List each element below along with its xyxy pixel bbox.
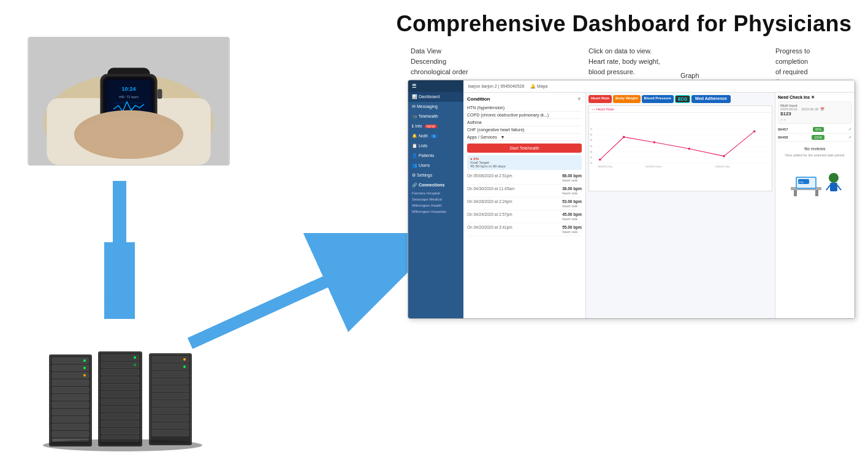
svg-line-69 <box>190 251 392 343</box>
condition-asthma[interactable]: Asthma <box>467 119 582 126</box>
patient-status-99458: 100% <box>812 135 824 140</box>
center-panel: Heart Rate Body Weight Blood Pressure EC… <box>586 93 775 318</box>
svg-rect-42 <box>101 384 139 390</box>
svg-rect-60 <box>152 400 189 407</box>
svg-rect-107 <box>794 190 797 196</box>
condition-chf[interactable]: CHF (congestive heart failure) <box>467 126 582 134</box>
sidebar-item-info[interactable]: ℹ Info NEW <box>408 121 463 131</box>
sidebar-item-connections[interactable]: 🔗 Connections <box>408 180 463 190</box>
page-title: Comprehensive Dashboard for Physicians <box>392 11 856 37</box>
svg-rect-24 <box>52 380 89 386</box>
svg-point-33 <box>83 359 86 362</box>
svg-text:04/28/2020 2:24pm: 04/28/2020 2:24pm <box>715 166 731 168</box>
svg-point-66 <box>183 366 186 368</box>
patient-name: 🔔 Maya <box>530 84 547 89</box>
connection-wilmington-health: Wilmington Health <box>408 202 463 209</box>
svg-rect-26 <box>52 394 89 400</box>
sidebar-item-settings[interactable]: ⚙ Settings <box>408 170 463 180</box>
callout-data-view: Data View Descending chronological order <box>411 46 484 77</box>
tab-blood-pressure[interactable]: Blood Pressure <box>642 95 674 103</box>
svg-point-101 <box>723 155 725 158</box>
svg-rect-31 <box>52 431 89 437</box>
svg-rect-114 <box>830 183 837 191</box>
tab-heart-rate[interactable]: Heart Rate <box>588 95 612 103</box>
svg-point-97 <box>599 159 601 161</box>
condition-apps[interactable]: Apps / Services ▼ <box>467 134 582 141</box>
tab-med-adherence[interactable]: Med Adherence <box>691 95 731 103</box>
svg-point-100 <box>688 148 690 150</box>
condition-copd[interactable]: COPD (chronic obstructive pulmonary di..… <box>467 112 582 119</box>
goal-section: ● 0% Goal Target 45-50 bpm in 90 days <box>467 155 582 170</box>
tab-body-weight[interactable]: Body Weight <box>613 95 641 103</box>
sidebar-item-lists[interactable]: 📋 Lists <box>408 141 463 151</box>
patient-status-99457: 40% <box>813 127 824 132</box>
svg-rect-28 <box>52 409 89 415</box>
dashboard-container: ☰ 📊 Dashboard ✉ Messaging 📹 Telehealth ℹ… <box>408 80 855 319</box>
no-reviews-section: No reviews View added for the selected d… <box>778 142 852 204</box>
graph-title: — Heart Rate <box>589 106 772 113</box>
svg-rect-39 <box>101 362 139 368</box>
svg-line-116 <box>837 185 841 190</box>
svg-rect-45 <box>101 406 139 412</box>
sidebar-header: ☰ <box>408 80 463 92</box>
data-list: On 05/08/2020 at 2:51pm 68.00 bpmheart r… <box>467 172 582 236</box>
svg-rect-40 <box>101 369 139 375</box>
svg-rect-58 <box>152 386 189 392</box>
svg-rect-108 <box>815 190 818 196</box>
svg-point-50 <box>134 356 136 359</box>
svg-rect-62 <box>152 415 189 421</box>
svg-text:msg: msg <box>799 180 804 183</box>
condition-htn[interactable]: HTN (hypertension) <box>467 104 582 112</box>
dashboard-content: Condition ▼ HTN (hypertension) COPD (chr… <box>463 93 855 318</box>
sidebar-item-patients[interactable]: 👤 Patients <box>408 151 463 161</box>
watch-image: 10:24 HR: 72 bpm <box>28 37 230 166</box>
connection-seascape: Seascape Medical <box>408 196 463 202</box>
svg-rect-57 <box>152 378 189 385</box>
svg-rect-44 <box>101 399 139 405</box>
svg-point-98 <box>623 136 625 139</box>
sidebar-item-telehealth[interactable]: 📹 Telehealth <box>408 112 463 121</box>
no-reviews-illustration: msg <box>785 159 846 196</box>
svg-rect-56 <box>152 371 189 377</box>
svg-rect-29 <box>52 416 89 423</box>
start-telehealth-button[interactable]: Start Telehealth <box>467 144 582 153</box>
sidebar-item-users[interactable]: 👥 Users <box>408 161 463 170</box>
graph-svg: 75 66 58 50 36 30 20 <box>589 113 772 180</box>
sidebar-item-messaging[interactable]: ✉ Messaging <box>408 102 463 112</box>
svg-rect-63 <box>152 423 189 429</box>
svg-rect-64 <box>152 430 189 436</box>
svg-point-34 <box>83 367 86 369</box>
svg-rect-43 <box>101 391 139 397</box>
info-badge: NEW <box>425 124 437 128</box>
svg-marker-18 <box>107 297 132 318</box>
svg-text:04/08/2020 2:11pm: 04/08/2020 2:11pm <box>598 166 613 168</box>
svg-text:50: 50 <box>590 145 592 148</box>
connection-wilmington-hosp: Wilmington Hospitals <box>408 209 463 215</box>
svg-text:36: 36 <box>590 151 592 153</box>
notif-badge: 1 <box>431 134 436 138</box>
svg-point-102 <box>753 130 756 132</box>
svg-rect-27 <box>52 402 89 408</box>
graph-area: — Heart Rate 75 66 58 50 36 30 20 <box>588 105 772 191</box>
patient-row-99457: 99457 40% ✓ <box>778 126 852 134</box>
conditions-panel: Condition ▼ HTN (hypertension) COPD (chr… <box>463 93 586 318</box>
sidebar-item-dashboard[interactable]: 📊 Dashboard <box>408 92 463 102</box>
svg-point-65 <box>183 358 186 361</box>
svg-rect-47 <box>101 421 139 427</box>
down-arrow <box>104 178 135 319</box>
svg-rect-48 <box>101 428 139 434</box>
topbar: barjon barjon 2 | 9545040526 🔔 Maya <box>463 80 855 93</box>
svg-point-67 <box>43 439 202 451</box>
svg-rect-46 <box>101 413 139 419</box>
user-info: barjon barjon 2 <box>468 84 497 88</box>
svg-rect-38 <box>101 354 139 361</box>
data-item-5: On 04/20/2020 at 3:41pm 55.00 bpmheart r… <box>467 223 582 236</box>
svg-rect-59 <box>152 393 189 399</box>
svg-line-115 <box>826 185 830 190</box>
tab-ecg[interactable]: ECG <box>675 95 690 103</box>
svg-rect-25 <box>52 387 89 393</box>
svg-rect-30 <box>52 424 89 430</box>
dashboard-sidebar: ☰ 📊 Dashboard ✉ Messaging 📹 Telehealth ℹ… <box>408 80 463 318</box>
svg-text:10:24: 10:24 <box>122 86 136 92</box>
sidebar-item-notifications[interactable]: 🔔 Notif. 1 <box>408 131 463 141</box>
